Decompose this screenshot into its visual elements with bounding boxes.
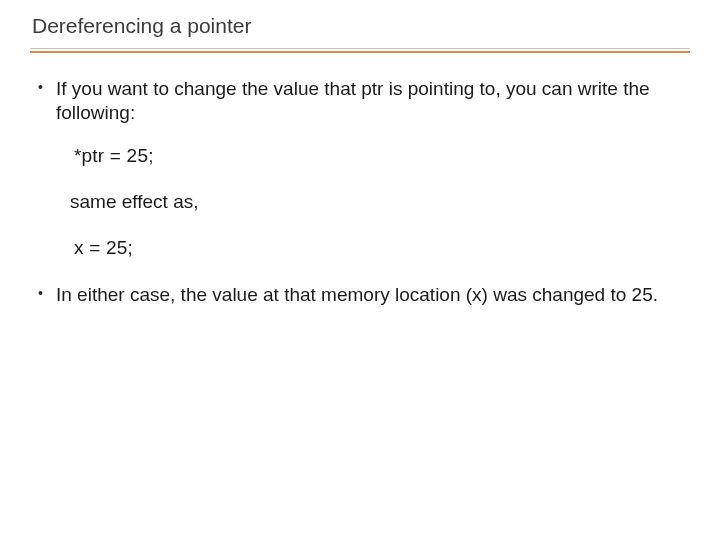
bullet-text: In either case, the value at that memory… — [56, 283, 690, 307]
bullet-dot-icon: • — [38, 283, 56, 307]
slide-body: • If you want to change the value that p… — [30, 77, 690, 307]
bullet-text: If you want to change the value that ptr… — [56, 77, 690, 126]
code-line-2: x = 25; — [74, 236, 690, 260]
title-divider — [30, 48, 690, 53]
bullet-item: • In either case, the value at that memo… — [38, 283, 690, 307]
bullet-dot-icon: • — [38, 77, 56, 126]
divider-line-gray — [30, 48, 690, 49]
note-text: same effect as, — [70, 190, 690, 214]
bullet-item: • If you want to change the value that p… — [38, 77, 690, 126]
code-line-1: *ptr = 25; — [74, 144, 690, 168]
divider-line-orange — [30, 51, 690, 53]
slide-title: Dereferencing a pointer — [30, 14, 690, 46]
slide: Dereferencing a pointer • If you want to… — [0, 0, 720, 540]
